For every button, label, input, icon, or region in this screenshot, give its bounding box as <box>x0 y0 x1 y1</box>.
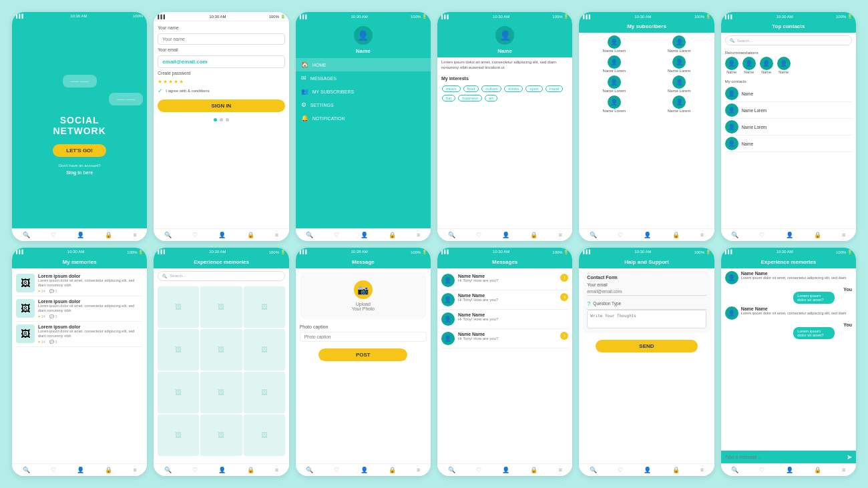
rec-3[interactable]: 👤 Name <box>760 57 773 74</box>
lock-icon-9[interactable]: 🔒 <box>389 467 396 473</box>
msg-item-2[interactable]: 👤 Name Name Hi Tony! How are you? 3 <box>441 290 568 310</box>
menu-icon-6[interactable]: ≡ <box>842 232 845 238</box>
lock-icon-7[interactable]: 🔒 <box>105 467 112 473</box>
lets-go-button[interactable]: LET'S GO! <box>53 144 106 157</box>
user-icon-5[interactable]: 👤 <box>644 232 651 238</box>
lock-icon-11[interactable]: 🔒 <box>672 467 680 473</box>
post-button[interactable]: POST <box>318 348 407 361</box>
menu-icon-7[interactable]: ≡ <box>133 467 136 473</box>
menu-subscribers[interactable]: 👥 MY SUBSCRIBERS <box>296 85 431 98</box>
search-icon-2[interactable]: 🔍 <box>164 232 172 238</box>
question-row[interactable]: ? Question Type <box>587 298 706 310</box>
subscriber-3[interactable]: 👤 Name Lorem <box>583 55 645 73</box>
menu-notification[interactable]: 🔔 NOTIFICATION <box>296 111 431 125</box>
subscriber-7[interactable]: 👤 Name Lorem <box>583 95 645 113</box>
user-icon-2[interactable]: 👤 <box>218 232 226 238</box>
msg-item-4[interactable]: 👤 Name Name Hi Tony! How are you? 1 <box>441 329 568 348</box>
thoughts-input[interactable] <box>587 310 706 328</box>
heart-icon-11[interactable]: ♡ <box>618 467 623 473</box>
menu-messages[interactable]: ✉ MESSAGES <box>296 71 431 85</box>
heart-icon-12[interactable]: ♡ <box>759 467 765 473</box>
user-icon-4[interactable]: 👤 <box>502 232 509 238</box>
menu-icon-10[interactable]: ≡ <box>558 467 562 473</box>
heart-icon-8[interactable]: ♡ <box>192 467 198 473</box>
rec-2[interactable]: 👤 Name <box>742 57 756 74</box>
heart-icon-3[interactable]: ♡ <box>334 232 339 238</box>
subscriber-5[interactable]: 👤 Name Lorem <box>583 75 645 93</box>
help-email-input[interactable] <box>587 288 706 296</box>
search-icon-6f[interactable]: 🔍 <box>731 232 738 238</box>
heart-icon-9[interactable]: ♡ <box>334 467 339 473</box>
send-button[interactable]: SEND <box>596 340 697 352</box>
menu-icon[interactable]: ≡ <box>133 232 136 238</box>
search-icon-8f[interactable]: 🔍 <box>164 467 172 473</box>
user-icon-10[interactable]: 👤 <box>502 467 509 473</box>
menu-icon-4[interactable]: ≡ <box>558 232 562 238</box>
subscriber-2[interactable]: 👤 Name Lorem <box>648 35 710 53</box>
user-icon-3[interactable]: 👤 <box>361 232 368 238</box>
search-icon-10[interactable]: 🔍 <box>448 467 455 473</box>
menu-icon-11[interactable]: ≡ <box>700 467 704 473</box>
search-icon-5[interactable]: 🔍 <box>590 232 597 238</box>
menu-icon-2[interactable]: ≡ <box>275 232 278 238</box>
tag-food[interactable]: food <box>463 85 479 92</box>
tag-culture[interactable]: culture <box>481 85 501 92</box>
search-icon-7[interactable]: 🔍 <box>23 467 30 473</box>
heart-icon-5[interactable]: ♡ <box>618 232 623 238</box>
tag-business[interactable]: business <box>458 95 482 101</box>
menu-icon-5[interactable]: ≡ <box>700 232 704 238</box>
sign-in-here-link[interactable]: Sing in here <box>66 170 93 175</box>
lock-icon-6[interactable]: 🔒 <box>814 232 821 238</box>
menu-icon-8[interactable]: ≡ <box>275 467 278 473</box>
tag-art[interactable]: art <box>485 95 497 101</box>
caption-input[interactable] <box>300 332 427 342</box>
lock-icon[interactable]: 🔒 <box>105 232 112 238</box>
lock-icon-12[interactable]: 🔒 <box>814 467 821 473</box>
subscriber-8[interactable]: 👤 Name Lorem <box>648 95 710 113</box>
contacts-search[interactable]: 🔍 Search... <box>725 35 852 45</box>
lock-icon-10[interactable]: 🔒 <box>530 467 537 473</box>
menu-settings[interactable]: ⚙ SETTINGS <box>296 98 431 111</box>
search-icon-4[interactable]: 🔍 <box>448 232 455 238</box>
contact-3[interactable]: 👤 Name Lorem <box>725 119 852 136</box>
heart-icon-6[interactable]: ♡ <box>759 232 765 238</box>
search-icon[interactable]: 🔍 <box>23 232 30 238</box>
menu-icon-3[interactable]: ≡ <box>417 232 420 238</box>
exp-search[interactable]: 🔍 Search... <box>158 271 284 281</box>
subscriber-1[interactable]: 👤 Name Lorem <box>583 35 645 53</box>
chat-message-input[interactable] <box>725 455 844 459</box>
heart-icon-10[interactable]: ♡ <box>476 467 481 473</box>
user-icon-9[interactable]: 👤 <box>361 467 368 473</box>
menu-icon-9[interactable]: ≡ <box>417 467 420 473</box>
search-icon-9[interactable]: 🔍 <box>306 467 313 473</box>
user-icon-11[interactable]: 👤 <box>644 467 651 473</box>
user-icon-8[interactable]: 👤 <box>218 467 226 473</box>
tag-drinks[interactable]: drinks <box>504 85 523 92</box>
heart-icon-2[interactable]: ♡ <box>192 232 198 238</box>
lock-icon-2[interactable]: 🔒 <box>247 232 254 238</box>
lock-icon-5[interactable]: 🔒 <box>672 232 680 238</box>
menu-icon-12[interactable]: ≡ <box>842 467 845 473</box>
tag-travel[interactable]: travel <box>546 85 564 92</box>
user-icon-6[interactable]: 👤 <box>786 232 793 238</box>
user-icon[interactable]: 👤 <box>77 232 84 238</box>
subscriber-6[interactable]: 👤 Name Lorem <box>648 75 710 93</box>
lock-icon-4[interactable]: 🔒 <box>530 232 537 238</box>
sign-in-button[interactable]: SIGN IN <box>158 99 284 112</box>
tag-fun[interactable]: fun <box>442 95 455 101</box>
search-icon-12[interactable]: 🔍 <box>731 467 738 473</box>
tag-music[interactable]: music <box>442 85 461 92</box>
upload-button[interactable]: 📷 <box>354 280 373 299</box>
heart-icon[interactable]: ♡ <box>51 232 56 238</box>
msg-item-1[interactable]: 👤 Name Name Hi Tony! How are you? 1 <box>441 271 568 290</box>
menu-home[interactable]: 🏠 HOME <box>296 58 431 71</box>
search-icon-3[interactable]: 🔍 <box>306 232 313 238</box>
subscriber-4[interactable]: 👤 Name Lorem <box>648 55 710 73</box>
msg-item-3[interactable]: 👤 Name Name Hi Tony! How are you? <box>441 310 568 329</box>
user-icon-7[interactable]: 👤 <box>77 467 84 473</box>
heart-icon-7[interactable]: ♡ <box>51 467 56 473</box>
rec-1[interactable]: 👤 Name <box>725 57 738 74</box>
contact-2[interactable]: 👤 Name Lorem <box>725 102 852 119</box>
rec-4[interactable]: 👤 Name <box>777 57 791 74</box>
contact-1[interactable]: 👤 Name <box>725 85 852 102</box>
